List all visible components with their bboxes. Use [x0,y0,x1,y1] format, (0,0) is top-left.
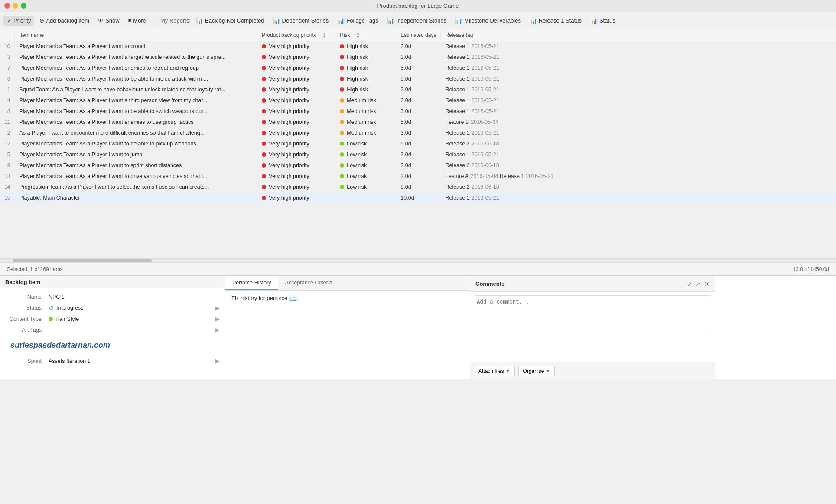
organise-button[interactable]: Organise ▼ [518,366,555,376]
risk-value: Medium risk [347,119,376,125]
more-label: More [133,17,146,24]
item-name[interactable]: Player Mechanics Team: As a Player I wan… [15,52,257,63]
priority-toolbar-item[interactable]: ✓ Priority [3,16,34,26]
item-name[interactable]: Player Mechanics Team: As a Player I wan… [15,106,257,117]
item-name[interactable]: Player Mechanics Team: As a Player I wan… [15,74,257,84]
minimize-button[interactable] [13,3,18,9]
item-name[interactable]: Player Mechanics Team: As a Player I wan… [15,160,257,171]
col-item-name[interactable]: Item name [15,29,257,41]
close-button[interactable] [4,3,10,9]
item-name[interactable]: Player Mechanics Team: As a Player I wan… [15,171,257,182]
status-value[interactable]: ↺ In progress ▶ [49,304,220,311]
maximize-button[interactable] [21,3,26,9]
table-row[interactable]: 5 Player Mechanics Team: As a Player I w… [0,149,836,160]
priority-cell: Very high priority [257,139,335,149]
item-name[interactable]: Player Mechanics Team: As a Player I wan… [15,95,257,106]
table-row[interactable]: 15 Playable: Main Character Very high pr… [0,193,836,204]
scrollbar-thumb[interactable] [13,259,152,262]
table-row[interactable]: 9 Player Mechanics Team: As a Player I w… [0,160,836,171]
release-tag: Release 12016-05-21 [441,74,836,84]
add-backlog-item-button[interactable]: ⊕ Add backlog item [36,16,93,26]
table-row[interactable]: 8 Player Mechanics Team: As a Player I w… [0,106,836,117]
priority-cell: Very high priority [257,41,335,52]
organise-dropdown-icon: ▼ [546,368,550,373]
risk-column [335,193,396,204]
priority-label: Priority [13,17,31,24]
table-row[interactable]: 2 As a Player I want to encounter more d… [0,128,836,139]
content-type-value[interactable]: Hair Style ▶ [49,316,220,322]
chart-icon-3: 📊 [337,17,345,24]
name-value[interactable]: NPC 1 [49,294,220,300]
backlog-not-completed-nav[interactable]: 📊 Backlog Not Completed [192,16,268,26]
item-name[interactable]: As a Player I want to encounter more dif… [15,128,257,139]
detail-body: Name NPC 1 Status ↺ In progress ▶ Conten… [0,288,225,370]
release1-status-nav[interactable]: 📊 Release 1 Status [526,16,585,26]
table-row[interactable]: 11 Player Mechanics Team: As a Player I … [0,117,836,128]
dependent-stories-nav[interactable]: 📊 Dependent Stories [270,16,332,26]
col-risk[interactable]: Risk ↑ 2 [335,29,396,41]
perforce-job-link[interactable]: job [289,295,296,301]
tab-acceptance-criteria[interactable]: Acceptance Criteria [278,276,339,290]
estimated-days: 2.0d [396,84,441,95]
table-row[interactable]: 1 Squad Team: As a Player I want to have… [0,84,836,95]
risk-column: Medium risk [335,128,396,139]
tab-perforce-history[interactable]: Perforce History [225,276,278,290]
item-name[interactable]: Playable: Main Character [15,193,257,204]
risk-value: Medium risk [347,108,376,114]
table-row[interactable]: 14 Progression Team: As a Player I want … [0,182,836,193]
status-nav[interactable]: 📊 Status [587,16,619,26]
more-button[interactable]: ≡ More [125,16,150,26]
risk-sort-icon: ↑ 2 [353,32,359,38]
release-tag: Release 12016-05-21 [441,193,836,204]
toolbar: ✓ Priority ⊕ Add backlog item 👁 Show ≡ M… [0,12,836,29]
item-name[interactable]: Player Mechanics Team: As a Player I wan… [15,63,257,74]
col-est-days[interactable]: Estimated days [396,29,441,41]
backlog-table: Item name Product backlog priority ↑ 1 R… [0,29,836,204]
priority-value: Very high priority [269,141,309,147]
priority-dot [262,55,266,59]
table-row[interactable]: 10 Player Mechanics Team: As a Player I … [0,41,836,52]
risk-dot [340,87,344,92]
item-name[interactable]: Player Mechanics Team: As a Player I wan… [15,149,257,160]
table-row[interactable]: 4 Player Mechanics Team: As a Player I w… [0,95,836,106]
item-name[interactable]: Player Mechanics Team: As a Player I wan… [15,117,257,128]
close-panel-icon[interactable]: ✕ [704,281,709,288]
table-row[interactable]: 13 Player Mechanics Team: As a Player I … [0,171,836,182]
horizontal-scrollbar[interactable] [0,259,836,262]
external-link-icon[interactable]: ↗ [696,281,701,288]
art-tags-value[interactable]: ▶ [49,326,220,333]
bottom-panel: Backlog item Name NPC 1 Status ↺ In prog… [0,275,836,379]
item-name[interactable]: Player Mechanics Team: As a Player I wan… [15,41,257,52]
independent-stories-nav[interactable]: 📊 Independent Stories [384,16,450,26]
risk-cell: Low risk [340,152,391,158]
table-row[interactable]: 7 Player Mechanics Team: As a Player I w… [0,63,836,74]
risk-value: Low risk [347,152,367,158]
sprint-value[interactable]: Assets Iteration 1 ▶ [49,358,220,364]
right-empty-panel [715,276,836,379]
risk-column: High risk [335,41,396,52]
expand-icon[interactable]: ⤢ [687,281,692,288]
item-name[interactable]: Squad Team: As a Player I want to have b… [15,84,257,95]
priority-dot [262,44,266,48]
priority-cell: Very high priority [257,63,335,74]
col-release-tag[interactable]: Release tag [441,29,836,41]
milestone-deliverables-nav[interactable]: 📊 Milestone Deliverables [452,16,524,26]
foliage-tags-nav[interactable]: 📊 Foliage Tags [334,16,381,26]
art-tags-row: Art Tags ▶ [0,324,225,335]
attach-files-button[interactable]: Attach files ▼ [474,366,515,376]
estimated-days: 10.0d [396,193,441,204]
item-name[interactable]: Progression Team: As a Player I want to … [15,182,257,193]
col-num [0,29,15,41]
item-name[interactable]: Player Mechanics Team: As a Player I wan… [15,139,257,149]
priority-cell: Very high priority [257,84,335,95]
comment-input[interactable] [474,295,711,330]
risk-dot [340,66,344,70]
table-row[interactable]: 6 Player Mechanics Team: As a Player I w… [0,74,836,84]
table-row[interactable]: 12 Player Mechanics Team: As a Player I … [0,139,836,149]
table-row[interactable]: 3 Player Mechanics Team: As a Player I w… [0,52,836,63]
col-priority[interactable]: Product backlog priority ↑ 1 [257,29,335,41]
show-button[interactable]: 👁 Show [94,16,123,26]
tabs-body: Fix history for perforce job: [225,291,470,379]
release-tag: Release 22016-06-18 [441,182,836,193]
risk-dot [340,109,344,113]
